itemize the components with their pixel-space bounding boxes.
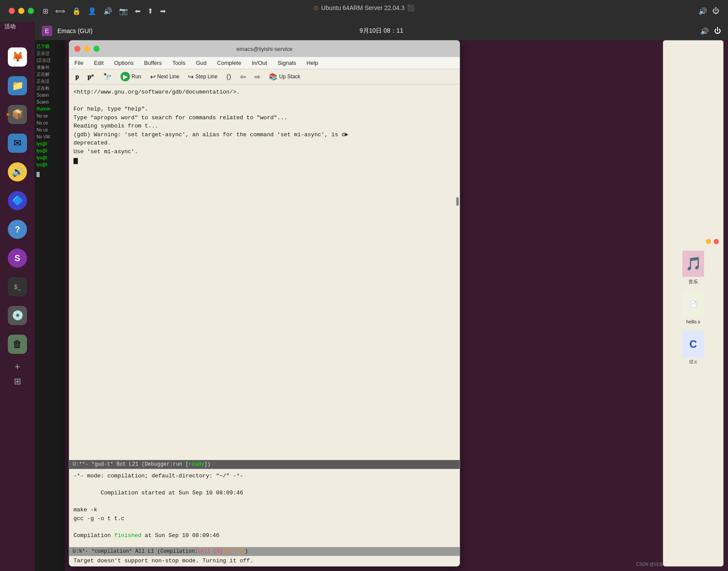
emacs-maximize-button[interactable] [94,46,100,52]
menu-gud[interactable]: Gud [194,59,208,67]
toolbar-binoculars-button[interactable]: 🔭 [100,72,114,82]
sidebar-text-line: Runnin [37,106,63,112]
camera-icon[interactable]: 📷 [119,7,128,15]
power-icon[interactable]: ⏻ [712,7,719,15]
minimize-traffic-light[interactable] [18,8,24,14]
sidebar-dock: 🦊 📁 📦 ✉ 🔊 🔷 ? S $_ 💿 🗑 + ⊞ [0,40,35,386]
lock-icon[interactable]: 🔒 [72,7,81,15]
forward-icon[interactable]: ➡ [160,7,166,15]
next-line-icon: ↩ [150,73,156,81]
toolbar-up-stack-button[interactable]: 📚 Up Stack [266,72,303,82]
volume-icon[interactable]: 🔊 [104,7,112,15]
toolbar-p-button[interactable]: 𝐩 [73,72,81,81]
scrollbar[interactable] [456,197,459,206]
sound-icon[interactable]: 🔊 [698,7,707,15]
expand-icon: ⬛ [407,4,414,11]
emacs-minimize-button[interactable] [84,46,90,52]
toolbar-arrow3-button[interactable]: ⇨ [252,72,263,82]
fullscreen-traffic-light[interactable] [28,8,34,14]
toolbar-run-button[interactable]: ▶ Run [118,71,144,82]
arrow3-icon: ⇨ [254,73,260,81]
t2-c-file-icon[interactable]: C t2.c [678,330,708,365]
csdn-watermark: CSDN @旧汤 [636,561,663,568]
sidebar-item-disk[interactable]: 💿 [6,304,29,327]
sidebar-item-trash[interactable]: 🗑 [6,333,29,356]
sidebar-grid-button[interactable]: ⊞ [14,376,21,386]
comp-status-zeros: [0 0 0] [223,548,245,554]
view-icon[interactable]: ⊞ [43,7,48,15]
emacs-title: emacs@liyishi-service [237,46,293,52]
sidebar-item-terminal[interactable]: $_ [6,275,29,299]
toolbar-arrow2-button[interactable]: ⇦ [237,72,248,82]
toolbar-arrow1-button[interactable]: ⟨⟩ [224,72,234,82]
music-file-icon[interactable]: 🎵 音乐 [678,250,708,285]
person-icon[interactable]: 👤 [88,7,97,15]
binoculars-icon: 🔭 [103,73,112,81]
compilation-text-before: Compilation started at Sun Sep 10 08:09:… [73,490,243,539]
next-line-label: Next Line [157,74,180,80]
emacs-titlebar: emacs@liyishi-service [69,40,460,57]
sidebar-text-line: 正在解 [37,71,63,77]
arrow2-icon: ⇦ [240,73,246,81]
right-close-button[interactable] [714,239,719,244]
sidebar-add-button[interactable]: + [15,361,20,373]
mac-toolbar-icons: ⊞ ⟺ 🔒 👤 🔊 📷 ⬅ ⬆ ➡ [43,7,166,15]
traffic-lights[interactable] [9,8,34,14]
menu-file[interactable]: File [73,59,85,67]
sidebar-text-line: No se [37,113,63,119]
menu-edit[interactable]: Edit [92,59,105,67]
right-win-controls[interactable] [706,239,719,244]
sidebar-item-firefox[interactable]: 🦊 [6,45,29,69]
hello-s-file-icon[interactable]: 📄 hello.s [678,290,708,325]
share-icon[interactable]: ⬆ [147,7,153,15]
sidebar-text-line: lys@l [37,162,63,168]
topbar-right-icons: 🔊 ⏻ [698,7,719,15]
emacs-close-button[interactable] [74,46,80,52]
right-panel: 🎵 音乐 📄 hello.s C t2.c [663,40,724,567]
power-control-icon[interactable]: ⏻ [714,27,721,35]
sidebar-text-line: lys@l [37,148,63,154]
step-line-label: Step Line [195,74,217,80]
emacs-app-name: Emacs (GUI) [57,27,93,34]
emacs-window-controls[interactable] [74,46,100,52]
toolbar-pstar-icon: 𝐩* [87,73,94,81]
sidebar-text-line: lys@l [37,141,63,147]
up-stack-label: Up Stack [279,74,301,80]
sidebar-text-line: 正在迁 [37,78,63,84]
sidebar-item-help[interactable]: ? [6,218,29,241]
gud-statusbar: U:**- *gud-t* Bot L21 (Debugger:run [rea… [69,460,460,469]
run-icon: ▶ [120,72,130,81]
macos-topbar: ⊞ ⟺ 🔒 👤 🔊 📷 ⬅ ⬆ ➡ ⊙ Ubuntu 64ARM Server … [0,0,728,22]
emacs-app-icon[interactable]: E [42,26,52,36]
sidebar-item-mail[interactable]: ✉ [6,131,29,155]
comp-statusbar-prefix: U:%*- *compilation* All L1 (Compilation: [73,548,198,554]
sidebar-item-emacs[interactable]: S [6,246,29,270]
toolbar-pstar-button[interactable]: 𝐩* [85,72,97,81]
toolbar-step-line-button[interactable]: ↪ Step Line [185,72,220,82]
cursor-icon[interactable]: ⟺ [55,7,65,15]
comp-status-exit: exit [0] [198,548,223,554]
volume-control-icon[interactable]: 🔊 [700,27,709,35]
sidebar-item-files2[interactable]: 🔷 [6,189,29,212]
menu-inout[interactable]: In/Out [250,59,269,67]
gud-pane[interactable]: <http://www.gnu.org/software/gdb/documen… [69,84,460,460]
menu-options[interactable]: Options [112,59,135,67]
run-label: Run [132,74,141,80]
menu-buffers[interactable]: Buffers [142,59,164,67]
emacs-taskbar: E Emacs (GUI) 9月10日 08：11 🔊 ⏻ [35,22,728,40]
emacs-minibuffer[interactable]: Target doesn't support non-stop mode. Tu… [69,556,460,566]
compilation-pane[interactable]: -*- mode: compilation; default-directory… [69,469,460,547]
toolbar-next-line-button[interactable]: ↩ Next Line [147,72,182,82]
right-minimize-button[interactable] [706,239,711,244]
sidebar-text-list: 已下载 正在迁 (正在迁 准备补 正在解 正在迁 正在检 Scann Scann… [35,40,65,571]
sidebar-item-files[interactable]: 📁 [6,74,29,97]
back-icon[interactable]: ⬅ [135,7,140,15]
sidebar-item-sound[interactable]: 🔊 [6,160,29,184]
menu-help[interactable]: Help [305,59,320,67]
close-traffic-light[interactable] [9,8,15,14]
menu-signals[interactable]: Signals [276,59,298,67]
sidebar-item-downloads[interactable]: 📦 [6,103,29,126]
menu-tools[interactable]: Tools [170,59,187,67]
menu-complete[interactable]: Complete [215,59,243,67]
ubuntu-icon: ⊙ [314,4,319,11]
